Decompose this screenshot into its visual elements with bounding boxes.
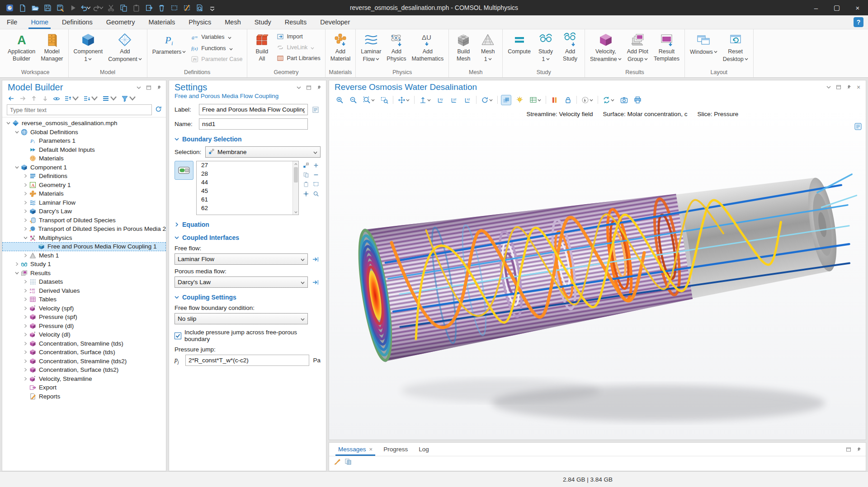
tree-item-transport-of-diluted-species-in-porous-media-2[interactable]: Transport of Diluted Species in Porous M… bbox=[2, 225, 166, 234]
zoom-box-icon[interactable] bbox=[379, 95, 390, 105]
build-all-button[interactable]: Build All bbox=[250, 31, 274, 68]
maximize-button[interactable]: ▢ bbox=[826, 0, 847, 15]
view-xy-icon[interactable]: xy bbox=[435, 95, 446, 105]
format-brush-icon[interactable] bbox=[334, 458, 341, 467]
close-button[interactable]: × bbox=[847, 0, 868, 15]
nav-forward-icon[interactable] bbox=[19, 95, 26, 102]
tree-item-definitions[interactable]: Definitions bbox=[2, 172, 166, 181]
boundary-entity[interactable]: 61 bbox=[197, 196, 298, 204]
selection-paste-icon[interactable] bbox=[302, 180, 311, 188]
menu-tab-developer[interactable]: Developer bbox=[313, 15, 357, 29]
color-legend-icon[interactable] bbox=[549, 95, 560, 105]
active-selection-toggle[interactable] bbox=[175, 161, 193, 180]
delete-icon[interactable] bbox=[156, 2, 167, 14]
expand-arrow-icon[interactable] bbox=[22, 377, 29, 381]
boundary-entity[interactable]: 28 bbox=[197, 170, 298, 178]
tree-item-pressure-dl[interactable]: Pressure (dl) bbox=[2, 322, 166, 331]
print-icon[interactable] bbox=[632, 95, 643, 105]
annotations-icon[interactable] bbox=[854, 122, 862, 131]
expand-arrow-icon[interactable] bbox=[22, 201, 29, 205]
float-panel-icon[interactable] bbox=[835, 84, 842, 91]
paste-icon[interactable] bbox=[130, 2, 142, 14]
tab-progress[interactable]: Progress bbox=[378, 443, 413, 456]
expand-arrow-icon[interactable] bbox=[22, 342, 29, 346]
open-file-icon[interactable] bbox=[29, 2, 41, 14]
collapse-arrow-icon[interactable] bbox=[14, 130, 20, 134]
expand-arrow-icon[interactable] bbox=[22, 324, 29, 328]
expand-arrow-icon[interactable] bbox=[22, 192, 29, 196]
filter-icon[interactable] bbox=[121, 95, 136, 102]
collapse-arrow-icon[interactable] bbox=[5, 121, 12, 125]
add-physics-button[interactable]: Add Physics bbox=[384, 31, 408, 68]
go-to-view-icon[interactable] bbox=[396, 94, 411, 105]
add-mathematics-button[interactable]: ΔUAdd Mathematics bbox=[409, 31, 446, 68]
boundary-entity[interactable]: 45 bbox=[197, 187, 298, 196]
label-input[interactable] bbox=[199, 104, 308, 115]
show-eye-icon[interactable] bbox=[53, 95, 60, 102]
tree-item-materials[interactable]: Materials bbox=[2, 154, 166, 163]
section-coupling-settings[interactable]: Coupling Settings bbox=[175, 294, 321, 301]
selection-plus-icon[interactable] bbox=[311, 161, 321, 169]
tree-item-default-model-inputs[interactable]: Default Model Inputs bbox=[2, 145, 166, 155]
menu-tab-mesh[interactable]: Mesh bbox=[218, 15, 247, 29]
tree-item-reports[interactable]: Reports bbox=[2, 392, 166, 401]
expand-arrow-icon[interactable] bbox=[22, 218, 29, 222]
application-builder-button[interactable]: AApplication Builder bbox=[5, 31, 38, 68]
expand-all-icon[interactable] bbox=[64, 95, 79, 102]
move-down-icon[interactable] bbox=[42, 95, 49, 102]
go-to-source-icon[interactable] bbox=[311, 277, 321, 287]
mesh-1-button[interactable]: Mesh 1 bbox=[476, 31, 500, 68]
refresh-icon[interactable] bbox=[155, 105, 162, 115]
tree-nodes-icon[interactable] bbox=[102, 95, 117, 102]
save-icon[interactable] bbox=[42, 2, 53, 14]
pressure-jump-input[interactable] bbox=[185, 355, 309, 366]
menu-tab-file[interactable]: File bbox=[0, 15, 24, 29]
tree-item-free-and-porous-media-flow-coupling-1[interactable]: Free and Porous Media Flow Coupling 1 bbox=[2, 242, 166, 251]
tree-item-concentration-surface-tds[interactable]: Concentration, Surface (tds) bbox=[2, 348, 166, 357]
add-plot-group-button[interactable]: Add Plot Group bbox=[625, 31, 651, 68]
laminar-flow-button[interactable]: Laminar Flow bbox=[359, 31, 383, 68]
membrane-module-3d-view[interactable] bbox=[329, 107, 866, 440]
section-coupled-interfaces[interactable]: Coupled Interfaces bbox=[175, 234, 321, 241]
expand-arrow-icon[interactable] bbox=[22, 209, 29, 213]
zoom-extents-icon[interactable] bbox=[362, 94, 376, 105]
boundary-entity[interactable]: 62 bbox=[197, 204, 298, 213]
edit-label-icon[interactable] bbox=[311, 105, 321, 115]
boundary-entity[interactable]: 27 bbox=[197, 161, 298, 170]
expand-arrow-icon[interactable] bbox=[22, 280, 29, 284]
expand-arrow-icon[interactable] bbox=[22, 227, 28, 231]
view-default-icon[interactable] bbox=[418, 94, 432, 105]
plot-settings-icon[interactable] bbox=[528, 94, 542, 105]
list-scrollbar[interactable] bbox=[292, 161, 298, 215]
study-1-button[interactable]: Study 1 bbox=[534, 31, 557, 68]
expand-arrow-icon[interactable] bbox=[22, 306, 29, 310]
tree-item-study-1[interactable]: Study 1 bbox=[2, 260, 166, 269]
selection-combobox[interactable]: Membrane bbox=[205, 146, 321, 158]
tree-item-velocity-spf[interactable]: *Velocity (spf) bbox=[2, 304, 166, 313]
menu-tab-study[interactable]: Study bbox=[248, 15, 278, 29]
view-xz-icon[interactable]: xz bbox=[462, 95, 473, 105]
copy-icon[interactable] bbox=[118, 2, 129, 14]
panel-menu-icon[interactable] bbox=[825, 84, 832, 91]
tree-filter-input[interactable] bbox=[7, 104, 152, 115]
pin-panel-icon[interactable] bbox=[315, 84, 322, 91]
tree-item-darcy-s-law[interactable]: Darcy's Law bbox=[2, 207, 166, 216]
menu-tab-geometry[interactable]: Geometry bbox=[99, 15, 142, 29]
rotate-icon[interactable] bbox=[480, 94, 494, 105]
expand-arrow-icon[interactable] bbox=[22, 289, 29, 293]
windows-button[interactable]: Windows bbox=[688, 31, 720, 68]
pin-panel-icon[interactable] bbox=[855, 446, 862, 453]
expand-arrow-icon[interactable] bbox=[22, 253, 29, 258]
tree-item-global-definitions[interactable]: Global Definitions bbox=[2, 128, 166, 137]
tree-item-derived-values[interactable]: 8.85e-12Derived Values bbox=[2, 286, 166, 295]
pin-panel-icon[interactable] bbox=[155, 84, 162, 91]
move-up-icon[interactable] bbox=[30, 95, 38, 102]
collapse-arrow-icon[interactable] bbox=[22, 236, 29, 240]
tree-item-parameters-1[interactable]: PiParameters 1 bbox=[2, 136, 166, 145]
tab-messages[interactable]: Messages× bbox=[333, 443, 378, 456]
menu-tab-materials[interactable]: Materials bbox=[142, 15, 182, 29]
zoom-out-icon[interactable] bbox=[348, 95, 359, 105]
expand-arrow-icon[interactable] bbox=[22, 315, 29, 319]
tree-item-datasets[interactable]: Datasets bbox=[2, 277, 166, 286]
pressure-jump-checkbox[interactable] bbox=[175, 332, 181, 339]
